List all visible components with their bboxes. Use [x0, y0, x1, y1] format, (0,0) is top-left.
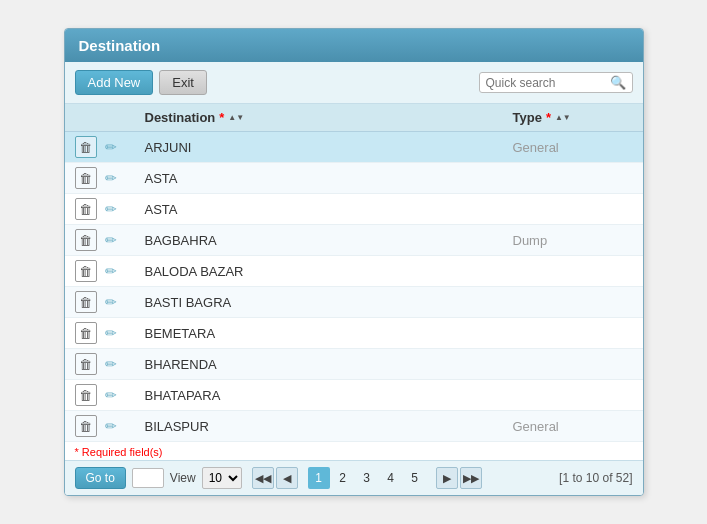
required-note: * Required field(s) — [65, 442, 643, 460]
type-sort-arrows[interactable]: ▲▼ — [555, 114, 571, 122]
delete-button[interactable]: 🗑 — [75, 260, 97, 282]
table-row: 🗑 ✏ ASTA — [65, 194, 643, 225]
table-row: 🗑 ✏ BHARENDA — [65, 349, 643, 380]
row-destination: BILASPUR — [145, 419, 513, 434]
dest-col-label: Destination — [145, 110, 216, 125]
dest-required-mark: * — [219, 110, 224, 125]
delete-button[interactable]: 🗑 — [75, 322, 97, 344]
row-actions: 🗑 ✏ — [75, 291, 145, 313]
row-destination: BASTI BAGRA — [145, 295, 513, 310]
row-destination: BEMETARA — [145, 326, 513, 341]
page-nav-next: ▶ ▶▶ — [436, 467, 482, 489]
page-number-5[interactable]: 5 — [404, 467, 426, 489]
table-row: 🗑 ✏ ASTA — [65, 163, 643, 194]
search-input[interactable] — [486, 76, 606, 90]
goto-button[interactable]: Go to — [75, 467, 126, 489]
delete-button[interactable]: 🗑 — [75, 291, 97, 313]
table-row: 🗑 ✏ BAGBAHRA Dump — [65, 225, 643, 256]
edit-button[interactable]: ✏ — [103, 323, 119, 343]
row-actions: 🗑 ✏ — [75, 353, 145, 375]
row-destination: ASTA — [145, 202, 513, 217]
table-row: 🗑 ✏ BILASPUR General — [65, 411, 643, 442]
header-actions — [75, 110, 145, 125]
row-actions: 🗑 ✏ — [75, 198, 145, 220]
delete-button[interactable]: 🗑 — [75, 353, 97, 375]
edit-button[interactable]: ✏ — [103, 168, 119, 188]
row-actions: 🗑 ✏ — [75, 322, 145, 344]
edit-button[interactable]: ✏ — [103, 385, 119, 405]
page-navigation: ◀◀ ◀ — [252, 467, 298, 489]
toolbar: Add New Exit 🔍 — [65, 62, 643, 104]
search-box: 🔍 — [479, 72, 633, 93]
row-actions: 🗑 ✏ — [75, 136, 145, 158]
view-select[interactable]: 5102050 — [202, 467, 242, 489]
page-number-1[interactable]: 1 — [308, 467, 330, 489]
add-new-button[interactable]: Add New — [75, 70, 154, 95]
exit-button[interactable]: Exit — [159, 70, 207, 95]
row-destination: BHATAPARA — [145, 388, 513, 403]
last-page-button[interactable]: ▶▶ — [460, 467, 482, 489]
delete-button[interactable]: 🗑 — [75, 384, 97, 406]
edit-button[interactable]: ✏ — [103, 137, 119, 157]
title-text: Destination — [79, 37, 161, 54]
edit-button[interactable]: ✏ — [103, 230, 119, 250]
row-destination: BHARENDA — [145, 357, 513, 372]
row-destination: BAGBAHRA — [145, 233, 513, 248]
row-actions: 🗑 ✏ — [75, 384, 145, 406]
row-actions: 🗑 ✏ — [75, 229, 145, 251]
type-col-label: Type — [513, 110, 542, 125]
edit-button[interactable]: ✏ — [103, 416, 119, 436]
table-row: 🗑 ✏ BASTI BAGRA — [65, 287, 643, 318]
row-actions: 🗑 ✏ — [75, 167, 145, 189]
panel-title: Destination — [65, 29, 643, 62]
page-number-3[interactable]: 3 — [356, 467, 378, 489]
header-destination: Destination * ▲▼ — [145, 110, 513, 125]
delete-button[interactable]: 🗑 — [75, 136, 97, 158]
pagination-bar: Go to View 5102050 ◀◀ ◀ 12345 ▶ ▶▶ [1 to… — [65, 460, 643, 495]
row-destination: ARJUNI — [145, 140, 513, 155]
type-required-mark: * — [546, 110, 551, 125]
page-number-4[interactable]: 4 — [380, 467, 402, 489]
delete-button[interactable]: 🗑 — [75, 198, 97, 220]
page-numbers: 12345 — [308, 467, 426, 489]
delete-button[interactable]: 🗑 — [75, 229, 97, 251]
table-body: 🗑 ✏ ARJUNI General 🗑 ✏ ASTA 🗑 ✏ ASTA 🗑 ✏… — [65, 132, 643, 442]
dest-sort-arrows[interactable]: ▲▼ — [228, 114, 244, 122]
table-row: 🗑 ✏ BHATAPARA — [65, 380, 643, 411]
table-row: 🗑 ✏ BEMETARA — [65, 318, 643, 349]
header-type: Type * ▲▼ — [513, 110, 633, 125]
edit-button[interactable]: ✏ — [103, 292, 119, 312]
table-row: 🗑 ✏ ARJUNI General — [65, 132, 643, 163]
view-label: View — [170, 471, 196, 485]
row-destination: ASTA — [145, 171, 513, 186]
table-header: Destination * ▲▼ Type * ▲▼ — [65, 104, 643, 132]
row-destination: BALODA BAZAR — [145, 264, 513, 279]
next-page-button[interactable]: ▶ — [436, 467, 458, 489]
row-actions: 🗑 ✏ — [75, 260, 145, 282]
delete-button[interactable]: 🗑 — [75, 167, 97, 189]
row-type: Dump — [513, 233, 633, 248]
row-actions: 🗑 ✏ — [75, 415, 145, 437]
page-number-2[interactable]: 2 — [332, 467, 354, 489]
delete-button[interactable]: 🗑 — [75, 415, 97, 437]
page-info: [1 to 10 of 52] — [559, 471, 632, 485]
goto-input[interactable] — [132, 468, 164, 488]
edit-button[interactable]: ✏ — [103, 199, 119, 219]
row-type: General — [513, 419, 633, 434]
edit-button[interactable]: ✏ — [103, 354, 119, 374]
table-row: 🗑 ✏ BALODA BAZAR — [65, 256, 643, 287]
first-page-button[interactable]: ◀◀ — [252, 467, 274, 489]
row-type: General — [513, 140, 633, 155]
search-icon: 🔍 — [610, 75, 626, 90]
prev-page-button[interactable]: ◀ — [276, 467, 298, 489]
edit-button[interactable]: ✏ — [103, 261, 119, 281]
destination-panel: Destination Add New Exit 🔍 Destination *… — [64, 28, 644, 496]
